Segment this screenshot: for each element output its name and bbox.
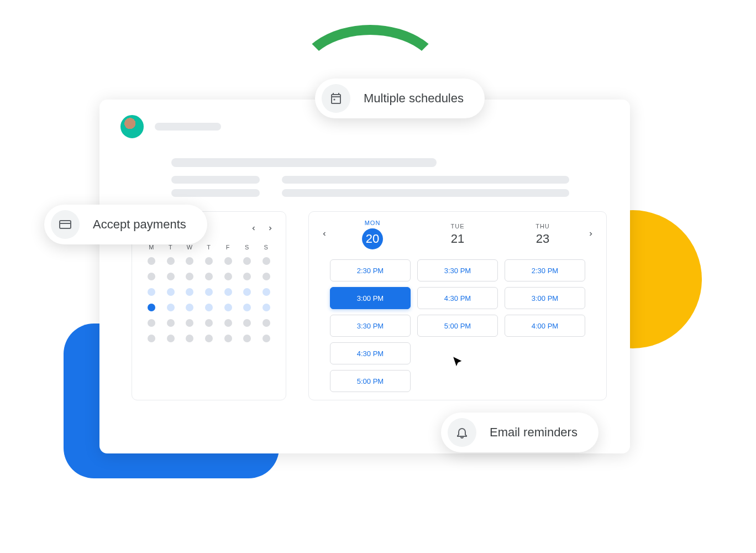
day-number-label: 23 xyxy=(536,232,549,246)
month-day-dot[interactable] xyxy=(167,319,175,327)
svg-rect-1 xyxy=(60,221,71,228)
feature-pill-reminders: Email reminders xyxy=(441,413,599,452)
pill-label: Accept payments xyxy=(93,217,186,232)
placeholder-name xyxy=(155,123,221,131)
placeholder-text xyxy=(282,189,569,197)
next-day-button[interactable] xyxy=(585,229,596,239)
pill-label: Multiple schedules xyxy=(364,91,464,106)
avatar xyxy=(120,115,144,138)
day-column-header[interactable]: TUE21 xyxy=(415,223,500,246)
month-day-dot[interactable] xyxy=(262,257,270,265)
month-day-dot[interactable] xyxy=(148,273,155,280)
time-slot-button[interactable]: 2:30 PM xyxy=(505,259,585,281)
month-day-dot[interactable] xyxy=(205,304,213,311)
booking-card: MTWTFSS MON20 TUE21 THU23 2:30 PM3:00 P xyxy=(99,100,630,453)
time-slot-button[interactable]: 4:30 PM xyxy=(330,342,411,364)
prev-month-button[interactable] xyxy=(248,222,259,236)
dow-label: T xyxy=(161,244,181,251)
slot-column: 3:30 PM4:30 PM5:00 PM xyxy=(417,259,498,392)
placeholder-title xyxy=(171,158,437,167)
month-day-dot[interactable] xyxy=(167,257,175,265)
month-day-dot[interactable] xyxy=(262,319,270,327)
month-day-dot[interactable] xyxy=(262,335,270,342)
dow-label: T xyxy=(200,244,219,251)
month-day-dot[interactable] xyxy=(167,304,175,311)
month-day-dot[interactable] xyxy=(262,304,270,311)
month-day-dot[interactable] xyxy=(148,257,155,265)
month-day-dot[interactable] xyxy=(205,273,213,280)
month-day-dot[interactable] xyxy=(205,257,213,265)
placeholder-text xyxy=(171,176,260,184)
month-day-dot[interactable] xyxy=(224,319,232,327)
day-number-label: 20 xyxy=(362,228,383,249)
time-slot-button[interactable]: 5:00 PM xyxy=(417,315,498,337)
feature-pill-schedules: Multiple schedules xyxy=(315,79,485,118)
month-day-dot[interactable] xyxy=(224,257,232,265)
time-slot-button[interactable]: 3:30 PM xyxy=(330,315,411,337)
month-day-dot[interactable] xyxy=(167,288,175,296)
month-day-dot[interactable] xyxy=(167,335,175,342)
month-day-dot[interactable] xyxy=(243,335,251,342)
month-day-dot[interactable] xyxy=(224,304,232,311)
month-day-dot[interactable] xyxy=(243,273,251,280)
month-day-dot[interactable] xyxy=(243,319,251,327)
svg-point-0 xyxy=(333,98,335,100)
prev-day-button[interactable] xyxy=(319,229,330,239)
day-of-week-label: TUE xyxy=(415,223,500,229)
month-day-dot[interactable] xyxy=(167,273,175,280)
dow-label: W xyxy=(180,244,200,251)
time-slot-button[interactable]: 3:30 PM xyxy=(417,259,498,281)
dow-label: S xyxy=(238,244,257,251)
month-day-dot[interactable] xyxy=(243,304,251,311)
placeholder-text xyxy=(171,189,260,197)
dow-label: S xyxy=(256,244,276,251)
month-day-dot[interactable] xyxy=(205,319,213,327)
time-slot-button[interactable]: 2:30 PM xyxy=(330,259,411,281)
time-slot-button[interactable]: 3:00 PM xyxy=(330,287,411,309)
month-day-dot[interactable] xyxy=(224,273,232,280)
cursor-icon xyxy=(451,355,465,369)
day-column-header[interactable]: THU23 xyxy=(500,223,585,246)
month-day-dot[interactable] xyxy=(262,288,270,296)
month-day-dot[interactable] xyxy=(186,319,193,327)
month-day-dot[interactable] xyxy=(186,335,193,342)
time-slot-button[interactable]: 3:00 PM xyxy=(505,287,585,309)
feature-pill-payments: Accept payments xyxy=(44,205,207,244)
day-of-week-label: THU xyxy=(500,223,585,229)
month-day-dot[interactable] xyxy=(186,304,193,311)
next-month-button[interactable] xyxy=(265,222,276,236)
slot-column: 2:30 PM3:00 PM3:30 PM4:30 PM5:00 PM xyxy=(330,259,411,392)
month-day-dot[interactable] xyxy=(243,257,251,265)
month-day-dot[interactable] xyxy=(186,288,193,296)
month-day-dot[interactable] xyxy=(148,304,155,311)
slot-column: 2:30 PM3:00 PM4:00 PM xyxy=(505,259,585,392)
month-day-dot[interactable] xyxy=(224,288,232,296)
month-day-dot[interactable] xyxy=(243,288,251,296)
placeholder-text xyxy=(282,176,569,184)
credit-card-icon xyxy=(51,210,80,239)
month-day-dot[interactable] xyxy=(148,288,155,296)
time-slot-button[interactable]: 5:00 PM xyxy=(330,370,411,392)
day-slot-panel: MON20 TUE21 THU23 2:30 PM3:00 PM3:30 PM4… xyxy=(308,211,607,400)
bell-icon xyxy=(448,418,476,447)
month-day-dot[interactable] xyxy=(148,319,155,327)
month-day-dot[interactable] xyxy=(205,335,213,342)
month-day-dot[interactable] xyxy=(224,335,232,342)
day-of-week-label: MON xyxy=(330,220,415,226)
dow-label: M xyxy=(142,244,161,251)
day-column-header[interactable]: MON20 xyxy=(330,220,415,249)
day-number-label: 21 xyxy=(451,232,464,246)
month-day-dot[interactable] xyxy=(186,257,193,265)
pill-label: Email reminders xyxy=(490,425,578,440)
month-day-dot[interactable] xyxy=(186,273,193,280)
time-slot-button[interactable]: 4:00 PM xyxy=(505,315,585,337)
month-day-dot[interactable] xyxy=(205,288,213,296)
calendar-icon xyxy=(322,84,350,113)
month-day-dot[interactable] xyxy=(262,273,270,280)
month-day-dot[interactable] xyxy=(148,335,155,342)
dow-label: F xyxy=(218,244,238,251)
time-slot-button[interactable]: 4:30 PM xyxy=(417,287,498,309)
